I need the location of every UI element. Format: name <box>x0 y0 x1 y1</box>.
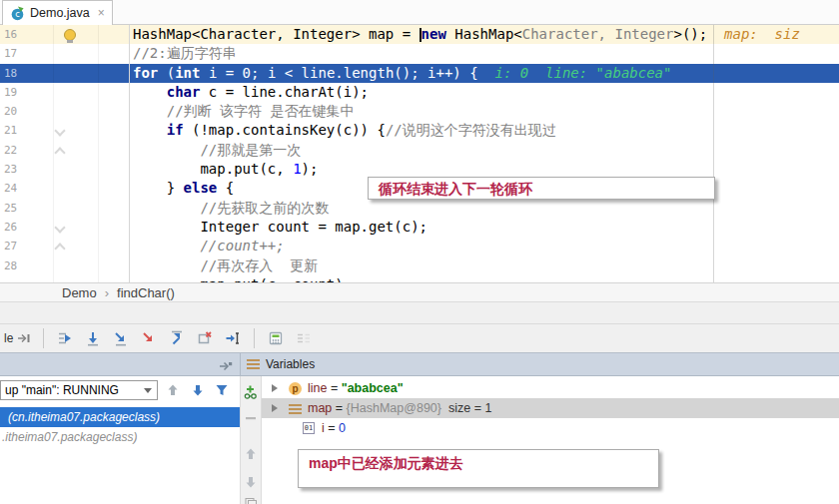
code-token: //count++; <box>133 238 285 253</box>
line-number[interactable]: 25 <box>4 199 17 218</box>
code-token: HashMap<Character, Integer> map = <box>133 26 420 42</box>
java-class-icon: c <box>10 6 25 21</box>
line-number[interactable]: 16 <box>4 25 17 44</box>
step-out-icon[interactable] <box>169 330 185 346</box>
code-text: //判断 该字符 是否在键集中 <box>130 102 354 121</box>
tab-demo-java[interactable]: c Demo.java × <box>2 0 113 25</box>
add-watch-icon[interactable] <box>243 384 259 400</box>
variable-vstr: "ababcea" <box>342 381 404 395</box>
variable-row[interactable]: pline = "ababcea" <box>262 378 839 398</box>
line-number[interactable]: 22 <box>4 141 17 160</box>
duplicate-icon[interactable] <box>243 496 259 504</box>
line-number[interactable]: 28 <box>4 256 17 275</box>
editor-tab-bar: c Demo.java × <box>0 0 839 25</box>
annotation-map-note: map中已经添加元素进去 <box>298 449 659 488</box>
evaluate-expression-icon[interactable] <box>268 330 284 346</box>
gutter-cell[interactable]: 26 <box>0 218 130 237</box>
code-token: ); <box>302 161 319 177</box>
line-number[interactable]: 27 <box>4 237 17 255</box>
code-token: Character, Integer <box>522 26 674 42</box>
breadcrumb-method[interactable]: findChar() <box>117 285 175 300</box>
code-token <box>133 84 167 100</box>
remove-watch-icon <box>243 410 259 426</box>
thread-selector-value: up "main": RUNNING <box>1 383 144 397</box>
code-token: } <box>133 180 184 196</box>
debug-step-toolbar: le <box>0 323 839 352</box>
drop-frame-icon[interactable] <box>197 330 213 346</box>
show-execution-point-icon[interactable] <box>57 330 73 346</box>
expand-chevron-icon[interactable] <box>272 404 278 412</box>
gutter-cell[interactable]: 20 <box>0 102 130 121</box>
fold-down-icon[interactable] <box>54 126 65 137</box>
gutter-cell[interactable]: 21 <box>0 121 130 140</box>
frames-list: (cn.itheima07.packageclass).itheima07.pa… <box>0 407 240 447</box>
fold-up-icon[interactable] <box>54 147 65 158</box>
navigate-down-icon[interactable] <box>190 382 206 398</box>
gutter-cell[interactable]: 22 <box>0 141 130 160</box>
param-variable-icon: p <box>289 382 302 395</box>
line-number[interactable]: 18 <box>4 64 17 83</box>
line-number[interactable]: 19 <box>4 83 17 102</box>
ide-window: c Demo.java × 16HashMap<Character, Integ… <box>0 0 839 504</box>
gutter-cell[interactable] <box>0 275 130 282</box>
gutter-cell[interactable]: 18 <box>0 64 130 83</box>
code-text: for (int i = 0; i < line.length(); i++) … <box>130 64 671 83</box>
code-text: //先获取之前的次数 <box>130 199 329 218</box>
code-token: for <box>133 65 158 81</box>
filter-icon[interactable] <box>214 382 230 398</box>
variable-row[interactable]: 01i = 0 <box>262 418 839 438</box>
line-number[interactable]: 21 <box>4 121 17 140</box>
code-text: //再次存入 更新 <box>130 256 318 275</box>
thread-selector[interactable]: up "main": RUNNING <box>0 380 158 400</box>
code-token: 1 <box>293 161 301 177</box>
line-number[interactable]: 24 <box>4 179 17 198</box>
code-text: //那就是第一次 <box>130 141 301 160</box>
variable-vref: {HashMap@890} <box>347 401 445 415</box>
code-token: if <box>167 122 184 138</box>
code-text: char c = line.charAt(i); <box>130 83 369 102</box>
stack-frame[interactable]: (cn.itheima07.packageclass) <box>0 407 240 427</box>
fold-down-icon[interactable] <box>54 222 65 233</box>
debug-panel-gap <box>0 302 839 323</box>
run-to-cursor-icon[interactable] <box>225 330 241 346</box>
code-text: map.put(c, count); <box>130 275 352 282</box>
code-editor[interactable]: 16HashMap<Character, Integer> map = new … <box>0 25 839 282</box>
frames-pane-header <box>0 353 241 375</box>
line-number[interactable]: 23 <box>4 160 17 179</box>
annotation-loop-note: 循环结束进入下一轮循环 <box>368 177 715 200</box>
expand-chevron-icon[interactable] <box>272 384 278 392</box>
breadcrumb-separator-icon: › <box>105 285 109 300</box>
step-over-icon[interactable] <box>85 330 101 346</box>
navigate-up-icon[interactable] <box>165 382 181 398</box>
code-token: //再次存入 更新 <box>133 257 318 273</box>
line-number[interactable]: 20 <box>4 102 17 121</box>
gutter-cell[interactable]: 24 <box>0 179 130 198</box>
code-token: int <box>175 65 200 81</box>
gutter-cell[interactable]: 16 <box>0 25 130 44</box>
line-number[interactable]: 26 <box>4 218 17 237</box>
gutter-cell[interactable]: 25 <box>0 199 130 218</box>
line-number[interactable]: 17 <box>4 44 17 63</box>
lightbulb-icon[interactable] <box>64 29 76 41</box>
fold-up-icon[interactable] <box>54 244 65 254</box>
code-token: //先获取之前的次数 <box>133 200 329 216</box>
code-token: else <box>184 180 218 196</box>
console-tab-partial[interactable]: le <box>4 330 36 346</box>
close-tab-icon[interactable]: × <box>98 6 105 20</box>
step-into-icon[interactable] <box>113 330 129 346</box>
code-text: //2:遍历字符串 <box>130 44 237 63</box>
stack-frame[interactable]: .itheima07.packageclass) <box>0 427 240 447</box>
debug-pane-headers: Variables <box>0 352 839 376</box>
force-step-into-icon[interactable] <box>141 330 157 346</box>
breadcrumb-class[interactable]: Demo <box>62 285 97 300</box>
code-token: i = 0; i < line.length(); i++) { <box>200 65 477 81</box>
gutter-cell[interactable]: 27 <box>0 237 130 255</box>
jump-to-end-icon[interactable] <box>16 330 32 346</box>
gutter-cell[interactable]: 17 <box>0 44 130 63</box>
gutter-cell[interactable]: 23 <box>0 160 130 179</box>
gutter-cell[interactable]: 28 <box>0 256 130 275</box>
variable-op: = <box>325 421 339 435</box>
variable-row[interactable]: map = {HashMap@890} size = 1 <box>262 398 839 418</box>
pane-pin-icon[interactable] <box>218 357 234 373</box>
gutter-cell[interactable]: 19 <box>0 83 130 102</box>
